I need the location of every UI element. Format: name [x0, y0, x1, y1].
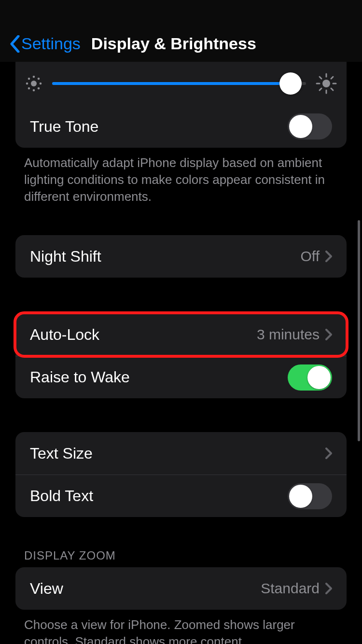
svg-point-1: [33, 76, 35, 78]
night-shift-group: Night Shift Off: [15, 235, 347, 278]
slider-thumb[interactable]: [279, 72, 302, 95]
svg-point-5: [28, 78, 30, 80]
svg-point-4: [40, 83, 42, 84]
autolock-group: Auto-Lock 3 minutes Raise to Wake: [15, 313, 347, 398]
brightness-slider[interactable]: [52, 74, 306, 93]
night-shift-label: Night Shift: [30, 248, 301, 266]
view-label: View: [30, 580, 261, 598]
bold-text-label: Bold Text: [30, 487, 288, 505]
svg-point-3: [27, 83, 28, 84]
brightness-row: [15, 62, 347, 105]
chevron-right-icon: [325, 329, 332, 340]
chevron-right-icon: [325, 448, 332, 459]
svg-point-7: [28, 88, 30, 89]
svg-line-15: [331, 88, 333, 90]
display-zoom-group: View Standard: [15, 567, 347, 610]
night-shift-row[interactable]: Night Shift Off: [15, 235, 347, 278]
bold-text-row: Bold Text: [15, 475, 347, 517]
svg-point-8: [38, 88, 40, 89]
svg-line-16: [320, 88, 321, 90]
slider-fill: [52, 82, 291, 85]
display-zoom-note: Choose a view for iPhone. Zoomed shows l…: [0, 610, 362, 644]
text-size-row[interactable]: Text Size: [15, 432, 347, 475]
svg-line-17: [331, 77, 333, 79]
view-row[interactable]: View Standard: [15, 567, 347, 610]
true-tone-note: Automatically adapt iPhone display based…: [0, 148, 362, 205]
view-value: Standard: [261, 580, 320, 597]
brightness-high-icon: [316, 73, 337, 94]
true-tone-row: True Tone: [15, 105, 347, 148]
svg-point-9: [322, 80, 330, 87]
content: True Tone Automatically adapt iPhone dis…: [0, 62, 362, 644]
svg-line-14: [320, 77, 321, 79]
display-zoom-header: DISPLAY ZOOM: [0, 549, 362, 567]
svg-point-6: [38, 78, 40, 80]
text-group: Text Size Bold Text: [15, 432, 347, 517]
appearance-group: True Tone: [15, 62, 347, 148]
back-label: Settings: [21, 34, 81, 53]
back-button[interactable]: Settings: [10, 34, 81, 53]
raise-to-wake-toggle[interactable]: [288, 364, 332, 391]
scrollbar[interactable]: [358, 220, 360, 441]
chevron-right-icon: [325, 583, 332, 594]
svg-point-0: [31, 81, 37, 86]
raise-to-wake-row: Raise to Wake: [15, 356, 347, 398]
true-tone-toggle[interactable]: [288, 113, 332, 140]
chevron-right-icon: [325, 251, 332, 262]
text-size-label: Text Size: [30, 445, 325, 462]
svg-point-2: [33, 90, 35, 91]
auto-lock-row[interactable]: Auto-Lock 3 minutes: [15, 313, 347, 356]
page-title: Display & Brightness: [91, 34, 256, 53]
bold-text-toggle[interactable]: [288, 483, 332, 509]
night-shift-value: Off: [301, 248, 320, 265]
navbar: Settings Display & Brightness: [0, 0, 362, 62]
auto-lock-value: 3 minutes: [257, 326, 320, 343]
chevron-left-icon: [10, 35, 20, 53]
true-tone-label: True Tone: [30, 118, 288, 136]
raise-to-wake-label: Raise to Wake: [30, 368, 288, 386]
brightness-low-icon: [25, 75, 42, 92]
auto-lock-label: Auto-Lock: [30, 326, 257, 344]
autolock-group-wrap: Auto-Lock 3 minutes Raise to Wake: [15, 313, 347, 398]
